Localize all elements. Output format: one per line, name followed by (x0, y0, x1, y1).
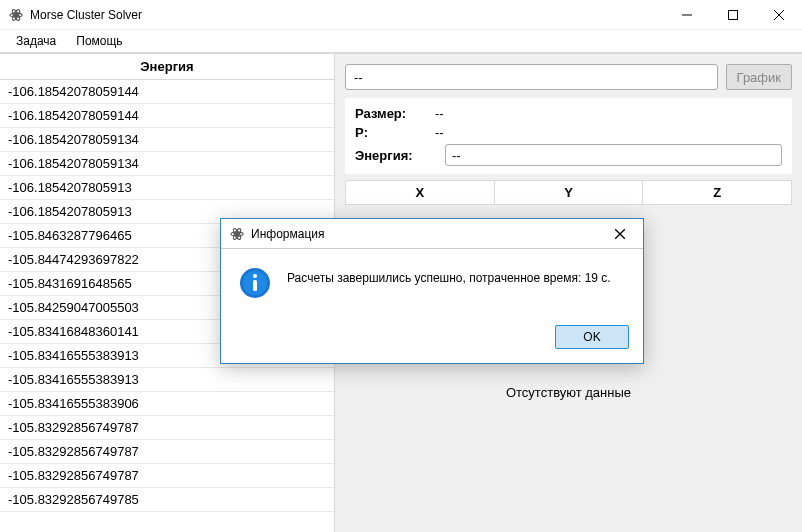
col-z[interactable]: Z (643, 181, 791, 204)
size-label: Размер: (355, 106, 435, 121)
svg-rect-17 (253, 280, 257, 291)
coord-header: X Y Z (345, 180, 792, 205)
p-value: -- (435, 125, 444, 140)
energy-row[interactable]: -105.83292856749785 (0, 488, 334, 512)
menu-help[interactable]: Помощь (66, 31, 132, 51)
selection-input[interactable] (345, 64, 718, 90)
energy-row[interactable]: -105.83416555383906 (0, 392, 334, 416)
info-dialog: Информация Расчеты завершились успешно, … (220, 218, 644, 364)
p-label: P: (355, 125, 435, 140)
energy-row[interactable]: -106.18542078059134 (0, 152, 334, 176)
info-icon (239, 267, 271, 299)
menubar: Задача Помощь (0, 30, 802, 53)
graph-button[interactable]: График (726, 64, 792, 90)
svg-point-8 (236, 232, 239, 235)
app-icon (8, 7, 24, 23)
minimize-button[interactable] (664, 0, 710, 30)
window-controls (664, 0, 802, 30)
titlebar: Morse Cluster Solver (0, 0, 802, 30)
energy-row[interactable]: -105.83292856749787 (0, 416, 334, 440)
svg-point-16 (253, 274, 257, 278)
energy-row[interactable]: -105.83416555383913 (0, 368, 334, 392)
svg-point-0 (15, 13, 18, 16)
maximize-button[interactable] (710, 0, 756, 30)
window-title: Morse Cluster Solver (30, 8, 664, 22)
dialog-close-button[interactable] (605, 219, 635, 249)
size-value: -- (435, 106, 444, 121)
energy-row[interactable]: -106.18542078059144 (0, 104, 334, 128)
energy-label: Энергия: (355, 148, 435, 163)
svg-rect-5 (729, 10, 738, 19)
dialog-titlebar[interactable]: Информация (221, 219, 643, 249)
dialog-app-icon (229, 226, 245, 242)
energy-row[interactable]: -105.83292856749787 (0, 440, 334, 464)
menu-task[interactable]: Задача (6, 31, 66, 51)
energy-value-input[interactable] (445, 144, 782, 166)
energy-row[interactable]: -106.1854207805913 (0, 176, 334, 200)
energy-header: Энергия (0, 54, 334, 80)
detail-box: Размер: -- P: -- Энергия: (345, 98, 792, 174)
energy-row[interactable]: -106.18542078059134 (0, 128, 334, 152)
col-x[interactable]: X (346, 181, 495, 204)
no-data-label: Отсутствуют данные (345, 385, 792, 400)
dialog-message: Расчеты завершились успешно, потраченное… (287, 267, 611, 285)
ok-button[interactable]: OK (555, 325, 629, 349)
close-button[interactable] (756, 0, 802, 30)
energy-row[interactable]: -105.83292856749787 (0, 464, 334, 488)
dialog-title: Информация (251, 227, 605, 241)
col-y[interactable]: Y (495, 181, 644, 204)
energy-row[interactable]: -106.18542078059144 (0, 80, 334, 104)
